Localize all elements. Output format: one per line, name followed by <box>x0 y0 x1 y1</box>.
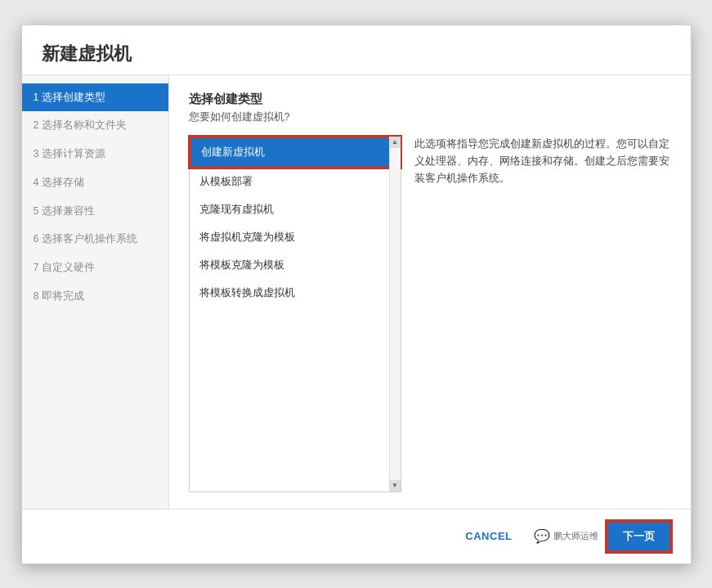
watermark-text: 鹏大师运维 <box>553 530 598 542</box>
watermark: 💬 鹏大师运维 <box>534 528 598 544</box>
sidebar-item-step7[interactable]: 7 自定义硬件 <box>22 254 168 282</box>
description-text: 此选项将指导您完成创建新虚拟机的过程。您可以自定义处理器、内存、网络连接和存储。… <box>414 138 669 185</box>
dialog-footer: CANCEL 💬 鹏大师运维 下一页 <box>22 509 691 563</box>
sidebar-item-step5[interactable]: 5 选择兼容性 <box>22 197 168 226</box>
list-item-deploy-template[interactable]: 从模板部署 <box>190 168 401 195</box>
list-item-clone-existing[interactable]: 克隆现有虚拟机 <box>190 195 401 223</box>
vm-type-list-panel: 创建新虚拟机从模板部署克隆现有虚拟机将虚拟机克隆为模板将模板克隆为模板将模板转换… <box>189 136 401 492</box>
list-item-clone-to-template[interactable]: 将虚拟机克隆为模板 <box>190 223 401 251</box>
new-vm-dialog: 新建虚拟机 1 选择创建类型2 选择名称和文件夹3 选择计算资源4 选择存储5 … <box>21 25 692 564</box>
next-button-label: 下一页 <box>623 529 655 544</box>
content-main: 创建新虚拟机从模板部署克隆现有虚拟机将虚拟机克隆为模板将模板克隆为模板将模板转换… <box>189 136 671 492</box>
dialog-body: 1 选择创建类型2 选择名称和文件夹3 选择计算资源4 选择存储5 选择兼容性6… <box>22 75 691 509</box>
cancel-button[interactable]: CANCEL <box>452 523 525 549</box>
content-title: 选择创建类型 <box>189 92 671 107</box>
sidebar-item-step6[interactable]: 6 选择客户机操作系统 <box>22 225 168 254</box>
sidebar-item-step1[interactable]: 1 选择创建类型 <box>22 83 168 112</box>
scroll-up-arrow[interactable]: ▲ <box>389 137 401 148</box>
dialog-header: 新建虚拟机 <box>22 25 691 75</box>
scroll-down-arrow[interactable]: ▼ <box>389 480 401 491</box>
list-item-convert-template[interactable]: 将模板转换成虚拟机 <box>190 279 401 307</box>
list-scrollbar: ▲ ▼ <box>389 137 401 491</box>
sidebar-item-step3[interactable]: 3 选择计算资源 <box>22 140 168 168</box>
list-item-clone-template[interactable]: 将模板克隆为模板 <box>190 251 401 279</box>
content-subtitle: 您要如何创建虚拟机? <box>189 110 671 124</box>
sidebar-item-step2[interactable]: 2 选择名称和文件夹 <box>22 111 168 140</box>
next-button[interactable]: 下一页 <box>607 521 671 552</box>
sidebar: 1 选择创建类型2 选择名称和文件夹3 选择计算资源4 选择存储5 选择兼容性6… <box>22 75 169 509</box>
list-item-create-new[interactable]: 创建新虚拟机 <box>190 137 401 168</box>
content-area: 选择创建类型 您要如何创建虚拟机? 创建新虚拟机从模板部署克隆现有虚拟机将虚拟机… <box>169 75 691 509</box>
sidebar-item-step8[interactable]: 8 即将完成 <box>22 282 168 311</box>
description-panel: 此选项将指导您完成创建新虚拟机的过程。您可以自定义处理器、内存、网络连接和存储。… <box>414 136 671 492</box>
scroll-track <box>390 148 401 480</box>
sidebar-item-step4[interactable]: 4 选择存储 <box>22 168 168 197</box>
dialog-title: 新建虚拟机 <box>42 42 671 66</box>
